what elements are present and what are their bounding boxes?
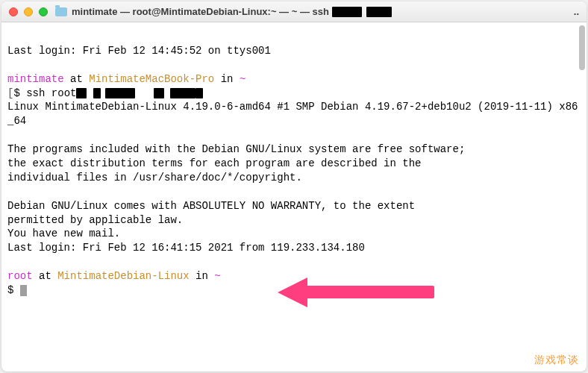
text-in: in	[214, 73, 240, 85]
remote-host: MintimateDebian-Linux	[57, 270, 189, 282]
warranty-line: Debian GNU/Linux comes with ABSOLUTELY N…	[7, 200, 415, 212]
redacted-block	[93, 88, 101, 98]
redacted-block	[154, 88, 164, 98]
redacted-block	[366, 7, 392, 17]
watermark-text: 游戏常谈	[534, 354, 579, 367]
local-path: ~	[240, 73, 245, 85]
warranty-line: permitted by applicable law.	[7, 214, 183, 226]
text-in: in	[190, 270, 215, 282]
copyright-line: individual files in /usr/share/doc/*/cop…	[7, 172, 302, 184]
title-overflow: ..	[574, 6, 579, 17]
text-at: at	[64, 73, 90, 85]
folder-icon	[55, 7, 67, 16]
scrollbar-thumb[interactable]	[579, 25, 585, 70]
scrollbar-track[interactable]	[578, 24, 585, 367]
cursor-icon	[20, 285, 27, 296]
close-icon[interactable]	[9, 7, 18, 16]
copyright-line: The programs included with the Debian GN…	[7, 143, 465, 155]
terminal-body[interactable]: Last login: Fri Feb 12 14:45:52 on ttys0…	[1, 22, 587, 319]
minimize-icon[interactable]	[24, 7, 33, 16]
ssh-command: ssh root	[26, 87, 76, 99]
mail-line: You have new mail.	[7, 228, 120, 239]
titlebar[interactable]: mintimate — root@MintimateDebian-Linux:~…	[1, 1, 587, 22]
window-controls	[9, 7, 48, 16]
local-user: mintimate	[7, 73, 64, 85]
redacted-block	[332, 7, 362, 17]
last-login-remote: Last login: Fri Feb 12 16:41:15 2021 fro…	[7, 242, 365, 254]
prompt-dollar: $	[13, 87, 26, 99]
remote-user: root	[7, 270, 33, 282]
redacted-block	[105, 88, 135, 98]
redacted-block	[76, 88, 87, 98]
prompt-dollar: $	[7, 284, 20, 296]
window-title: mintimate — root@MintimateDebian-Linux:~…	[72, 6, 329, 17]
redacted-block	[196, 88, 203, 98]
redacted-block	[170, 88, 196, 98]
terminal-window: mintimate — root@MintimateDebian-Linux:~…	[1, 1, 587, 372]
remote-path: ~	[214, 270, 220, 282]
text-at: at	[33, 270, 58, 282]
zoom-icon[interactable]	[39, 7, 48, 16]
last-login-local: Last login: Fri Feb 12 14:45:52 on ttys0…	[7, 45, 271, 57]
local-host: MintimateMacBook-Pro	[89, 73, 214, 85]
motd-line: Linux MintimateDebian-Linux 4.19.0-6-amd…	[7, 101, 578, 127]
copyright-line: the exact distribution terms for each pr…	[7, 157, 422, 169]
